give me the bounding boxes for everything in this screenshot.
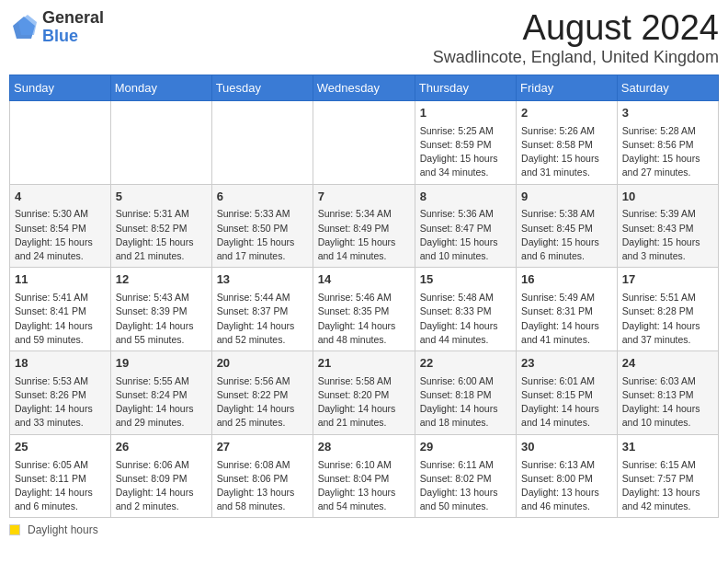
day-info: Sunrise: 5:33 AM Sunset: 8:50 PM Dayligh… [217, 207, 308, 263]
calendar-header-monday: Monday [110, 75, 211, 100]
day-number: 25 [15, 439, 106, 456]
day-number: 3 [622, 105, 713, 122]
day-info: Sunrise: 5:25 AM Sunset: 8:59 PM Dayligh… [420, 124, 511, 180]
calendar-cell: 20Sunrise: 5:56 AM Sunset: 8:22 PM Dayli… [211, 350, 313, 434]
calendar-week-3: 11Sunrise: 5:41 AM Sunset: 8:41 PM Dayli… [10, 268, 719, 351]
calendar-cell: 4Sunrise: 5:30 AM Sunset: 8:54 PM Daylig… [10, 184, 111, 268]
calendar-cell: 23Sunrise: 6:01 AM Sunset: 8:15 PM Dayli… [517, 350, 618, 434]
calendar-cell: 1Sunrise: 5:25 AM Sunset: 8:59 PM Daylig… [415, 100, 516, 184]
day-info: Sunrise: 5:34 AM Sunset: 8:49 PM Dayligh… [318, 207, 410, 263]
calendar-cell: 5Sunrise: 5:31 AM Sunset: 8:52 PM Daylig… [110, 184, 211, 268]
day-number: 6 [217, 189, 308, 206]
day-info: Sunrise: 6:06 AM Sunset: 8:09 PM Dayligh… [116, 458, 207, 514]
day-info: Sunrise: 5:46 AM Sunset: 8:35 PM Dayligh… [318, 291, 410, 347]
day-number: 17 [622, 271, 713, 289]
day-number: 27 [217, 439, 308, 456]
calendar-cell: 27Sunrise: 6:08 AM Sunset: 8:06 PM Dayli… [211, 434, 313, 518]
day-info: Sunrise: 5:26 AM Sunset: 8:58 PM Dayligh… [521, 124, 612, 180]
calendar-cell: 15Sunrise: 5:48 AM Sunset: 8:33 PM Dayli… [415, 268, 516, 351]
day-info: Sunrise: 5:39 AM Sunset: 8:43 PM Dayligh… [622, 207, 713, 263]
footer-note: Daylight hours [9, 523, 719, 536]
day-number: 15 [420, 271, 511, 289]
calendar-cell: 10Sunrise: 5:39 AM Sunset: 8:43 PM Dayli… [617, 184, 718, 268]
calendar-cell: 31Sunrise: 6:15 AM Sunset: 7:57 PM Dayli… [617, 434, 718, 518]
calendar-cell: 30Sunrise: 6:13 AM Sunset: 8:00 PM Dayli… [517, 434, 618, 518]
calendar-cell: 29Sunrise: 6:11 AM Sunset: 8:02 PM Dayli… [415, 434, 516, 518]
title-block: August 2024 Swadlincote, England, United… [433, 9, 719, 67]
logo-blue-text: Blue [42, 28, 104, 46]
day-number: 26 [116, 439, 207, 456]
day-number: 29 [420, 439, 511, 456]
day-number: 22 [420, 355, 511, 373]
day-number: 19 [116, 355, 207, 373]
calendar-table: SundayMondayTuesdayWednesdayThursdayFrid… [9, 75, 719, 519]
calendar-cell [110, 100, 211, 184]
day-info: Sunrise: 6:01 AM Sunset: 8:15 PM Dayligh… [521, 374, 612, 431]
day-info: Sunrise: 5:53 AM Sunset: 8:26 PM Dayligh… [15, 374, 106, 431]
day-number: 12 [116, 271, 207, 289]
day-info: Sunrise: 6:15 AM Sunset: 7:57 PM Dayligh… [622, 458, 713, 514]
calendar-cell: 2Sunrise: 5:26 AM Sunset: 8:58 PM Daylig… [517, 100, 618, 184]
day-number: 31 [622, 439, 713, 456]
day-info: Sunrise: 5:58 AM Sunset: 8:20 PM Dayligh… [318, 374, 410, 431]
calendar-cell: 16Sunrise: 5:49 AM Sunset: 8:31 PM Dayli… [517, 268, 618, 351]
calendar-cell: 12Sunrise: 5:43 AM Sunset: 8:39 PM Dayli… [110, 268, 211, 351]
calendar-header-row: SundayMondayTuesdayWednesdayThursdayFrid… [10, 75, 719, 100]
day-number: 24 [622, 355, 713, 373]
calendar-cell [211, 100, 313, 184]
calendar-week-4: 18Sunrise: 5:53 AM Sunset: 8:26 PM Dayli… [10, 350, 719, 434]
main-title: August 2024 [433, 9, 719, 48]
day-number: 14 [318, 271, 410, 289]
day-info: Sunrise: 5:48 AM Sunset: 8:33 PM Dayligh… [420, 291, 511, 347]
calendar-cell: 6Sunrise: 5:33 AM Sunset: 8:50 PM Daylig… [211, 184, 313, 268]
calendar-cell [313, 100, 415, 184]
subtitle: Swadlincote, England, United Kingdom [433, 48, 719, 67]
calendar-cell: 21Sunrise: 5:58 AM Sunset: 8:20 PM Dayli… [313, 350, 415, 434]
day-number: 2 [521, 105, 612, 122]
day-info: Sunrise: 5:49 AM Sunset: 8:31 PM Dayligh… [521, 291, 612, 347]
calendar-week-1: 1Sunrise: 5:25 AM Sunset: 8:59 PM Daylig… [10, 100, 719, 184]
calendar-header-sunday: Sunday [10, 75, 111, 100]
day-number: 1 [420, 105, 511, 122]
calendar-cell: 22Sunrise: 6:00 AM Sunset: 8:18 PM Dayli… [415, 350, 516, 434]
day-number: 20 [217, 355, 308, 373]
day-info: Sunrise: 5:31 AM Sunset: 8:52 PM Dayligh… [116, 207, 207, 263]
day-number: 5 [116, 189, 207, 206]
day-number: 10 [622, 189, 713, 206]
calendar-cell: 26Sunrise: 6:06 AM Sunset: 8:09 PM Dayli… [110, 434, 211, 518]
calendar-cell: 13Sunrise: 5:44 AM Sunset: 8:37 PM Dayli… [211, 268, 313, 351]
day-info: Sunrise: 5:56 AM Sunset: 8:22 PM Dayligh… [217, 374, 308, 431]
day-number: 30 [521, 439, 612, 456]
logo-icon [9, 13, 39, 42]
day-info: Sunrise: 6:13 AM Sunset: 8:00 PM Dayligh… [521, 458, 612, 514]
svg-marker-1 [18, 15, 37, 35]
calendar-week-5: 25Sunrise: 6:05 AM Sunset: 8:11 PM Dayli… [10, 434, 719, 518]
day-number: 8 [420, 189, 511, 206]
day-info: Sunrise: 5:30 AM Sunset: 8:54 PM Dayligh… [15, 207, 106, 263]
day-number: 7 [318, 189, 410, 206]
calendar-cell: 19Sunrise: 5:55 AM Sunset: 8:24 PM Dayli… [110, 350, 211, 434]
calendar-cell: 9Sunrise: 5:38 AM Sunset: 8:45 PM Daylig… [517, 184, 618, 268]
logo-text: General Blue [42, 9, 104, 46]
day-number: 4 [15, 189, 106, 206]
calendar-cell: 14Sunrise: 5:46 AM Sunset: 8:35 PM Dayli… [313, 268, 415, 351]
calendar-header-tuesday: Tuesday [211, 75, 313, 100]
day-info: Sunrise: 6:03 AM Sunset: 8:13 PM Dayligh… [622, 374, 713, 431]
day-info: Sunrise: 5:38 AM Sunset: 8:45 PM Dayligh… [521, 207, 612, 263]
calendar-cell: 24Sunrise: 6:03 AM Sunset: 8:13 PM Dayli… [617, 350, 718, 434]
calendar-week-2: 4Sunrise: 5:30 AM Sunset: 8:54 PM Daylig… [10, 184, 719, 268]
day-number: 11 [15, 271, 106, 289]
day-info: Sunrise: 6:05 AM Sunset: 8:11 PM Dayligh… [15, 458, 106, 514]
day-info: Sunrise: 5:51 AM Sunset: 8:28 PM Dayligh… [622, 291, 713, 347]
day-number: 16 [521, 271, 612, 289]
daylight-dot [9, 524, 20, 535]
daylight-label: Daylight hours [28, 523, 98, 536]
day-number: 13 [217, 271, 308, 289]
day-info: Sunrise: 5:43 AM Sunset: 8:39 PM Dayligh… [116, 291, 207, 347]
day-info: Sunrise: 5:55 AM Sunset: 8:24 PM Dayligh… [116, 374, 207, 431]
calendar-cell: 8Sunrise: 5:36 AM Sunset: 8:47 PM Daylig… [415, 184, 516, 268]
day-number: 23 [521, 355, 612, 373]
day-info: Sunrise: 5:44 AM Sunset: 8:37 PM Dayligh… [217, 291, 308, 347]
logo: General Blue [9, 9, 104, 46]
calendar-cell [10, 100, 111, 184]
